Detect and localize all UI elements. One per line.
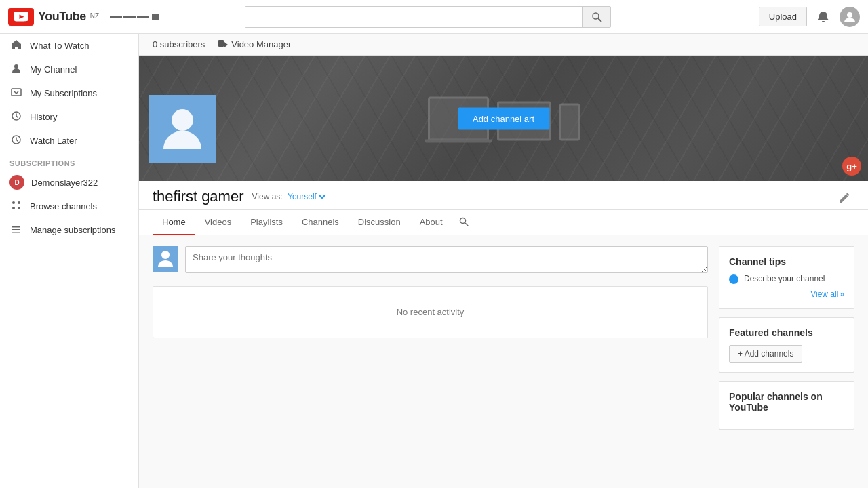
tips-describe-channel: Describe your channel [744,274,825,283]
popular-channels-title: Popular channels on YouTube [729,391,844,413]
svg-point-3 [14,64,18,68]
user-account-button[interactable] [840,7,860,27]
video-manager-link[interactable]: Video Manager [218,39,291,49]
svg-point-7 [12,201,15,204]
sidebar: What To Watch My Channel My Subscription… [0,34,139,488]
feed-area: No recent activity [153,246,708,338]
hamburger-line [123,16,136,18]
view-all-link[interactable]: View all » [729,289,844,299]
channel-tips-item: Describe your channel [729,274,844,284]
topbar: YouTube NZ Upload [0,0,868,34]
upload-button[interactable]: Upload [759,7,807,26]
channel-name-area: thefirst gamer View as: Yourself [153,188,328,209]
tab-channels[interactable]: Channels [292,210,349,235]
subscription-avatar: D [9,175,24,190]
region-badge: NZ [90,12,99,20]
watch-later-icon [9,134,23,147]
channel-person-icon [162,105,203,152]
sidebar-item-watch-later[interactable]: Watch Later [0,129,138,152]
radio-indicator [729,274,738,284]
browse-icon [9,200,23,213]
video-manager-label: Video Manager [231,39,291,49]
user-avatar [840,7,860,27]
subscribers-count: 0 subscribers [153,39,205,49]
home-icon [9,39,23,52]
popular-channels-panel: Popular channels on YouTube [719,381,854,430]
search-button[interactable] [582,7,610,27]
topbar-right: Upload [759,7,860,27]
channel-tabs: Home Videos Playlists Channels Discussio… [139,210,868,235]
tab-search-button[interactable] [452,211,475,234]
sidebar-item-manage-subscriptions[interactable]: Manage subscriptions [0,218,138,242]
browse-channels-label: Browse channels [30,201,97,211]
add-channel-art-button[interactable]: Add channel art [458,107,549,129]
sidebar-item-history[interactable]: History [0,105,138,129]
svg-point-8 [18,201,20,204]
svg-point-13 [460,218,465,223]
channel-name: thefirst gamer View as: Yourself [153,188,328,209]
subscription-demonslayer322[interactable]: D Demonslayer322 [0,170,138,195]
share-avatar [153,246,178,272]
search-icon [591,12,602,22]
user-avatar-icon [844,11,856,23]
svg-rect-11 [218,40,224,47]
hamburger-line [137,16,149,18]
menu-button[interactable] [104,12,164,22]
channel-tips-panel: Channel tips Describe your channel View … [719,246,854,309]
svg-point-2 [847,12,852,18]
svg-point-12 [172,109,193,131]
channel-avatar-image [149,95,216,163]
history-label: History [30,112,57,122]
youtube-logo[interactable]: YouTube NZ [8,8,99,26]
featured-channels-title: Featured channels [729,327,844,338]
watch-later-label: Watch Later [30,136,77,146]
hamburger-line [110,16,122,18]
sidebar-item-what-to-watch[interactable]: What To Watch [0,34,138,58]
tab-home[interactable]: Home [153,210,195,235]
edit-channel-button[interactable] [833,190,854,209]
bell-icon [816,10,830,24]
phone-device [559,103,580,140]
view-as-area: View as: Yourself [252,191,328,202]
subscriptions-icon [9,87,23,100]
channel-header-bar: 0 subscribers Video Manager [139,34,868,56]
content-area: 0 subscribers Video Manager Add channel … [139,34,868,488]
sidebar-item-browse-channels[interactable]: Browse channels [0,195,138,218]
sidebar-item-my-channel[interactable]: My Channel [0,58,138,81]
my-subscriptions-label: My Subscriptions [30,88,97,98]
channel-profile: thefirst gamer View as: Yourself [139,181,868,210]
tab-discussion[interactable]: Discussion [349,210,410,235]
main-layout: What To Watch My Channel My Subscription… [0,34,868,488]
channel-avatar-wrapper [149,56,216,181]
video-manager-icon [218,40,228,49]
manage-subscriptions-label: Manage subscriptions [30,225,115,235]
view-all-label: View all [810,289,838,299]
tab-playlists[interactable]: Playlists [241,210,292,235]
youtube-logo-icon [8,8,34,26]
notifications-button[interactable] [816,10,830,24]
view-as-label: View as: [252,192,283,201]
channel-art-wrapper: Add channel art g+ [139,56,868,181]
tab-about[interactable]: About [410,210,452,235]
svg-point-10 [18,207,20,209]
channel-icon [9,63,23,76]
search-input[interactable] [245,7,582,27]
search-bar [245,6,611,28]
what-to-watch-label: What To Watch [30,41,89,51]
subscription-label: Demonslayer322 [31,178,98,188]
share-input-box [185,246,708,275]
share-person-icon [157,249,174,268]
share-thoughts-row [153,246,708,275]
gplus-button[interactable]: g+ [842,157,861,176]
view-as-select[interactable]: Yourself [285,191,328,202]
manage-icon [9,224,23,237]
view-all-arrow: » [840,289,844,299]
add-channels-button[interactable]: + Add channels [729,345,802,363]
share-thoughts-input[interactable] [185,246,708,273]
channel-art-background: Add channel art g+ [139,56,868,181]
tab-videos[interactable]: Videos [195,210,241,235]
sidebar-item-my-subscriptions[interactable]: My Subscriptions [0,81,138,105]
featured-channels-panel: Featured channels + Add channels [719,317,854,373]
channel-main-content: No recent activity Channel tips Describe… [139,235,868,441]
subscriptions-section-title: SUBSCRIPTIONS [0,152,138,170]
